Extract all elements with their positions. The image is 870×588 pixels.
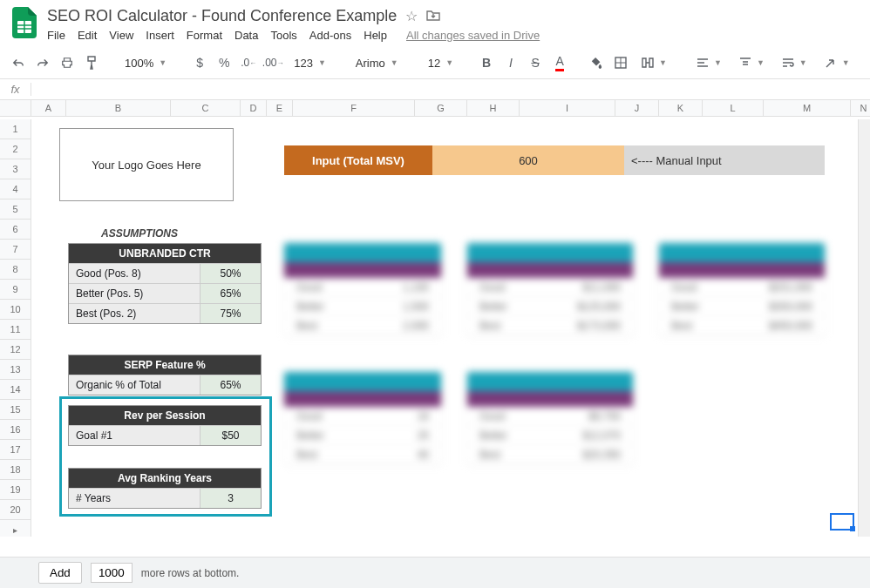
- projection-card-2: Good$11,000Better$125,000Best$173,000: [467, 243, 633, 335]
- logo-placeholder-cell: Your Logo Goes Here: [59, 128, 234, 201]
- bold-icon[interactable]: B: [477, 52, 496, 73]
- save-status[interactable]: All changes saved in Drive: [406, 29, 540, 42]
- vertical-scrollbar[interactable]: [858, 119, 870, 537]
- redo-icon[interactable]: [33, 52, 52, 73]
- decrease-decimal-icon[interactable]: .0←: [239, 52, 258, 73]
- rows-count-input[interactable]: [91, 563, 133, 583]
- projection-card-1: Good1,100Better1,500Best2,000: [284, 243, 441, 335]
- input-label-cell: Input (Total MSV): [284, 145, 432, 175]
- active-cell-cursor: [830, 513, 854, 531]
- undo-icon[interactable]: [9, 52, 28, 73]
- input-row: Input (Total MSV) 600 <---- Manual Input: [284, 145, 825, 175]
- star-icon[interactable]: ☆: [405, 8, 418, 24]
- text-color-icon[interactable]: A: [550, 52, 569, 73]
- h-align-icon[interactable]: ▼: [690, 55, 728, 71]
- fx-icon: fx: [0, 83, 31, 96]
- menu-addons[interactable]: Add-ons: [309, 29, 351, 42]
- serp-feature-table: SERP Feature % Organic % of Total65%: [68, 355, 262, 395]
- menu-insert[interactable]: Insert: [146, 29, 174, 42]
- unbranded-ctr-table: UNBRANDED CTR Good (Pos. 8)50% Better (P…: [68, 243, 262, 324]
- toolbar: 100%▼ $ % .0← .00→ 123▼ Arimo▼ 12▼ B I S…: [0, 47, 870, 79]
- input-hint-cell: <---- Manual Input: [624, 145, 825, 175]
- menu-format[interactable]: Format: [187, 29, 222, 42]
- more-formats-select[interactable]: 123▼: [288, 54, 332, 72]
- sheets-logo-icon[interactable]: [9, 7, 40, 38]
- paint-format-icon[interactable]: [82, 52, 101, 73]
- formula-bar: fx: [0, 79, 870, 100]
- menubar: File Edit View Insert Format Data Tools …: [47, 29, 861, 42]
- menu-view[interactable]: View: [109, 29, 133, 42]
- font-select[interactable]: Arimo▼: [350, 54, 404, 72]
- menu-file[interactable]: File: [47, 29, 65, 42]
- text-wrap-icon[interactable]: ▼: [776, 55, 813, 71]
- assumptions-heading: ASSUMPTIONS: [101, 227, 178, 240]
- input-value-cell[interactable]: 600: [432, 145, 624, 175]
- titlebar: SEO ROI Calculator - Found Conference Ex…: [0, 0, 870, 42]
- projection-card-3: Good$201,000Better$300,000Best$450,000: [659, 243, 825, 335]
- menu-edit[interactable]: Edit: [78, 29, 97, 42]
- merge-cells-icon[interactable]: ▼: [636, 55, 673, 71]
- avg-ranking-years-table: Avg Ranking Years # Years3: [68, 468, 262, 509]
- move-folder-icon[interactable]: [426, 9, 440, 24]
- rev-per-session-table: Rev per Session Goal #1$50: [68, 405, 262, 446]
- spreadsheet-grid: ABCDEFGHIJKLMN 1234567891011121314151617…: [0, 100, 870, 537]
- bottom-bar: Add more rows at bottom.: [0, 557, 870, 588]
- row-expand-icon[interactable]: ▸: [0, 520, 31, 537]
- menu-data[interactable]: Data: [234, 29, 258, 42]
- projection-card-5: Good$8,700Better$12,070Best$20,350: [467, 372, 633, 464]
- document-title[interactable]: SEO ROI Calculator - Found Conference Ex…: [47, 7, 397, 25]
- zoom-select[interactable]: 100%▼: [119, 54, 173, 72]
- italic-icon[interactable]: I: [501, 52, 520, 73]
- projection-card-4: Good18Better25Best40: [284, 372, 441, 464]
- v-align-icon[interactable]: ▼: [733, 55, 771, 71]
- menu-help[interactable]: Help: [364, 29, 387, 42]
- fill-color-icon[interactable]: [587, 52, 606, 73]
- column-headers[interactable]: ABCDEFGHIJKLMN: [0, 100, 870, 117]
- borders-icon[interactable]: [611, 52, 630, 73]
- text-rotation-icon[interactable]: ▼: [819, 54, 856, 71]
- menu-tools[interactable]: Tools: [270, 29, 296, 42]
- currency-icon[interactable]: $: [190, 52, 209, 73]
- sheet-canvas[interactable]: Your Logo Goes Here Input (Total MSV) 60…: [31, 119, 870, 537]
- percent-icon[interactable]: %: [214, 52, 234, 73]
- add-rows-button[interactable]: Add: [38, 562, 82, 584]
- print-icon[interactable]: [58, 52, 77, 73]
- strikethrough-icon[interactable]: S: [526, 52, 545, 73]
- row-headers[interactable]: 123456789101112131415161718192021: [0, 119, 31, 537]
- font-size-select[interactable]: 12▼: [422, 54, 459, 72]
- rows-suffix-label: more rows at bottom.: [141, 567, 240, 579]
- increase-decimal-icon[interactable]: .00→: [263, 52, 282, 73]
